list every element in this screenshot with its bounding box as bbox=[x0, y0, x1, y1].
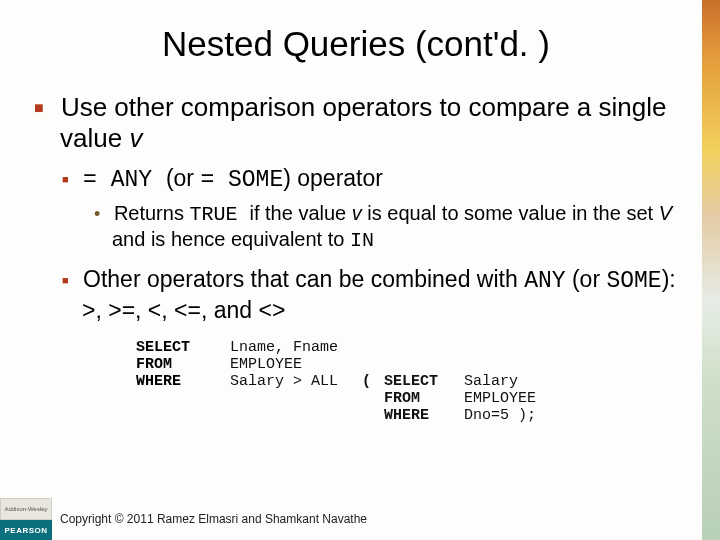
kw-select: SELECT bbox=[136, 339, 230, 356]
slide-title: Nested Queries (cont'd. ) bbox=[20, 24, 692, 64]
logo-pearson: PEARSON bbox=[0, 520, 52, 540]
b3-c: is equal to some value in the set bbox=[362, 202, 659, 224]
text-operator: ) operator bbox=[283, 165, 383, 191]
bullet-list: Use other comparison operators to compar… bbox=[20, 92, 692, 325]
logo-addison-wesley: Addison-Wesley bbox=[0, 498, 52, 520]
b3-Vset: V bbox=[659, 202, 672, 224]
slide: Nested Queries (cont'd. ) Use other comp… bbox=[0, 0, 720, 540]
kw-from: FROM bbox=[136, 356, 230, 373]
copyright-text: Copyright © 2011 Ramez Elmasri and Shamk… bbox=[60, 512, 367, 526]
sql-row-2: FROM EMPLOYEE bbox=[136, 356, 692, 373]
kw-where: WHERE bbox=[136, 373, 230, 390]
footer: Addison-Wesley PEARSON Copyright © 2011 … bbox=[0, 498, 720, 540]
sql-row-4: FROM EMPLOYEE bbox=[136, 390, 692, 407]
arg-salary-all: Salary > ALL bbox=[230, 373, 362, 390]
code-eq-some: = SOME bbox=[200, 167, 283, 193]
b3-a: Returns bbox=[114, 202, 190, 224]
code-some: SOME bbox=[606, 268, 661, 294]
b4-b: (or bbox=[566, 266, 607, 292]
sql-example: SELECT Lname, Fname FROM EMPLOYEE WHERE … bbox=[136, 339, 692, 424]
bullet-level2-any: = ANY (or = SOME) operator bbox=[82, 164, 692, 195]
decorative-stripe bbox=[702, 0, 720, 540]
code-eq-any: = ANY bbox=[83, 167, 166, 193]
sub-kw-where: WHERE bbox=[384, 407, 464, 424]
sub-kw-from: FROM bbox=[384, 390, 464, 407]
arg-employee: EMPLOYEE bbox=[230, 356, 362, 373]
bullet1-text: Use other comparison operators to compar… bbox=[60, 92, 666, 153]
sub-arg-dno5: Dno=5 ); bbox=[464, 407, 536, 424]
code-true: TRUE bbox=[189, 203, 249, 226]
sql-row-3: WHERE Salary > ALL ( SELECT Salary bbox=[136, 373, 692, 390]
sub-arg-salary: Salary bbox=[464, 373, 518, 390]
code-any: ANY bbox=[524, 268, 565, 294]
open-paren: ( bbox=[362, 373, 384, 390]
sub-arg-employee: EMPLOYEE bbox=[464, 390, 536, 407]
code-in: IN bbox=[350, 229, 374, 252]
b3-v: v bbox=[352, 202, 362, 224]
bullet-level3-returns: Returns TRUE if the value v is equal to … bbox=[112, 201, 692, 253]
b3-b: if the value bbox=[249, 202, 351, 224]
bullet-level1: Use other comparison operators to compar… bbox=[60, 92, 692, 154]
arg-lname-fname: Lname, Fname bbox=[230, 339, 362, 356]
sub-kw-select: SELECT bbox=[384, 373, 464, 390]
text-or: (or bbox=[166, 165, 201, 191]
b3-d: and is hence equivalent to bbox=[112, 228, 350, 250]
sql-row-1: SELECT Lname, Fname bbox=[136, 339, 692, 356]
sql-row-5: WHERE Dno=5 ); bbox=[136, 407, 692, 424]
bullet-level2-other-ops: Other operators that can be combined wit… bbox=[82, 265, 692, 325]
b4-a: Other operators that can be combined wit… bbox=[83, 266, 524, 292]
bullet1-var-v: v bbox=[129, 123, 142, 153]
publisher-logo: Addison-Wesley PEARSON bbox=[0, 498, 52, 540]
